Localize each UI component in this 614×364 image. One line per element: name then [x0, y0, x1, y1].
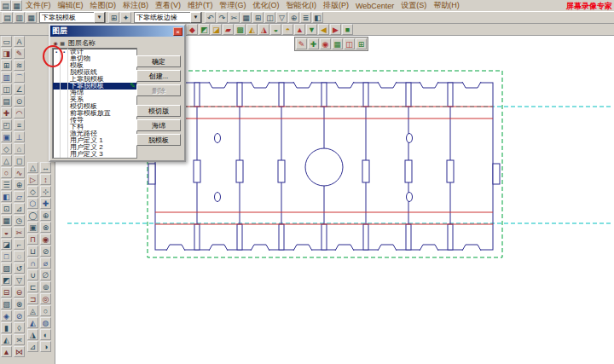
toolbar-icon[interactable]: ■ — [342, 24, 353, 35]
toolbar-icon[interactable]: ▥ — [14, 12, 25, 23]
toolbar-icon[interactable]: ✎ — [296, 38, 307, 49]
tool-icon[interactable]: ▱ — [14, 191, 25, 202]
tool-icon[interactable]: ▦ — [1, 215, 12, 226]
tool-icon[interactable]: ⌂ — [14, 143, 25, 154]
tool-icon[interactable]: ◩ — [1, 274, 12, 286]
tool-icon[interactable]: ⊿ — [27, 341, 38, 352]
dialog-button[interactable]: 海绵 — [136, 119, 181, 131]
tool-icon[interactable]: ⊚ — [40, 281, 51, 292]
toolbar-icon[interactable]: ▽ — [276, 12, 287, 23]
print-checkbox[interactable]: ▪ — [61, 96, 68, 103]
tool-icon[interactable]: ◬ — [27, 305, 38, 316]
toolbar-icon[interactable]: ◩ — [199, 24, 210, 35]
tool-icon[interactable]: ⊥ — [14, 131, 25, 142]
layer-row[interactable]: ▪ ▪ 单切物 ✎ — [53, 55, 136, 62]
toolbar-icon[interactable]: ▶ — [330, 24, 341, 35]
tool-icon[interactable]: ◷ — [14, 215, 25, 226]
visibility-checkbox[interactable]: ▪ — [53, 151, 61, 158]
tool-icon[interactable]: ⊏ — [27, 281, 38, 292]
tool-icon[interactable]: ✚ — [1, 107, 12, 118]
toolbar-icon[interactable]: ≣ — [300, 12, 311, 23]
tool-icon[interactable]: ▨ — [1, 263, 12, 274]
menu-item[interactable]: 优化(O) — [250, 0, 283, 11]
tool-icon[interactable]: ⊗ — [40, 222, 51, 233]
tool-icon[interactable]: ✂ — [14, 227, 25, 238]
tool-icon[interactable]: ▽ — [14, 274, 25, 286]
visibility-checkbox[interactable]: ▪ — [53, 69, 61, 76]
toolbar-icon[interactable]: ▦ — [26, 12, 37, 23]
tool-icon[interactable]: ◊ — [14, 322, 25, 333]
toolbar-icon[interactable]: ⊕ — [288, 12, 299, 23]
tool-icon[interactable]: ○ — [1, 167, 12, 178]
tool-icon[interactable]: ▣ — [27, 222, 38, 233]
tool-icon[interactable]: ☰ — [1, 179, 12, 190]
layer-row[interactable]: ▪ ▪ 用户定义 3 ✎ — [53, 151, 136, 158]
toolbar-icon[interactable]: ◆ — [187, 24, 198, 35]
print-checkbox[interactable]: ▪ — [61, 76, 68, 83]
dialog-button[interactable]: 创建... — [136, 70, 181, 82]
dialog-button[interactable]: 脱模板 — [136, 134, 181, 146]
tool-icon[interactable]: ◑ — [40, 341, 51, 352]
tool-icon[interactable]: ⊗ — [14, 298, 25, 309]
tool-icon[interactable]: ▲ — [1, 346, 12, 357]
layer-row[interactable]: ▪ ▪ 海绵 ✎ — [53, 90, 136, 96]
tool-icon[interactable]: ◐ — [40, 329, 51, 340]
tool-icon[interactable]: ⊹ — [40, 186, 51, 197]
menu-item[interactable]: 设置(S) — [397, 0, 430, 11]
menu-item[interactable]: 管理(G) — [217, 0, 250, 11]
tool-icon[interactable]: ⬡ — [27, 198, 38, 209]
tool-icon[interactable]: ⊞ — [1, 60, 12, 71]
tool-icon[interactable]: ▷ — [27, 174, 38, 185]
toolbar-icon[interactable]: ◪ — [211, 24, 222, 35]
visibility-checkbox[interactable]: ▪ — [53, 117, 61, 124]
layer-row[interactable]: ▪ ▪ 设计 ✎ — [53, 49, 136, 55]
visibility-checkbox[interactable]: ▪ — [53, 110, 61, 117]
dialog-button[interactable]: 确定 — [136, 55, 181, 67]
toolbar-icon[interactable]: ◉ — [320, 38, 331, 49]
menu-item[interactable]: 智能化(I) — [283, 0, 321, 11]
toolbar-icon[interactable]: ◧ — [312, 12, 323, 23]
menubar-app-icon[interactable]: ▦ — [11, 0, 22, 11]
tool-icon[interactable]: ⊘ — [40, 246, 51, 257]
tool-icon[interactable]: ⊖ — [14, 286, 25, 298]
toolbar-icon[interactable]: ✚ — [308, 38, 319, 49]
close-icon[interactable]: × — [173, 27, 182, 36]
toolbar-icon[interactable]: ◫ — [344, 38, 355, 49]
print-checkbox[interactable]: ▪ — [61, 69, 68, 76]
print-checkbox[interactable]: ▪ — [61, 117, 68, 124]
tool-icon[interactable]: ↔ — [40, 162, 51, 173]
visibility-checkbox[interactable]: ▪ — [53, 76, 61, 83]
layer-row[interactable]: ▪ ▪ 夹系 ✎ — [53, 96, 136, 103]
tool-icon[interactable]: ✎ — [14, 48, 25, 59]
print-checkbox[interactable]: ▪ — [61, 130, 68, 137]
layer-row[interactable]: ▪ ▪ 用户定义 2 ✎ — [53, 144, 136, 151]
tool-icon[interactable]: ▤ — [1, 95, 12, 107]
menu-item[interactable]: 编辑(E) — [55, 0, 87, 11]
toolbar-icon[interactable]: ▦ — [240, 12, 252, 23]
tool-icon[interactable]: ⋈ — [14, 346, 25, 357]
toolbar-icon[interactable]: ⊞ — [252, 12, 264, 23]
print-checkbox[interactable]: ▪ — [61, 124, 68, 130]
tool-icon[interactable]: ◫ — [1, 84, 12, 95]
print-checkbox[interactable]: ▪ — [61, 110, 68, 117]
tool-icon[interactable]: ∅ — [40, 269, 51, 280]
layer-row[interactable]: ▪ ▪ 模板 ✎ — [53, 62, 136, 69]
print-checkbox[interactable]: ▪ — [61, 90, 68, 96]
menu-item[interactable]: 查看(V) — [152, 0, 184, 11]
menu-item[interactable]: 帮助(H) — [430, 0, 463, 11]
tool-icon[interactable]: ◈ — [1, 310, 12, 321]
tool-icon[interactable]: ◌ — [14, 251, 25, 262]
visibility-checkbox[interactable]: ▪ — [53, 103, 61, 110]
menu-item[interactable]: 维护(T) — [184, 0, 217, 11]
tool-icon[interactable]: ⌀ — [40, 257, 51, 269]
tool-icon[interactable]: ⊡ — [1, 203, 12, 214]
tool-icon[interactable]: ◠ — [14, 107, 25, 118]
tool-icon[interactable]: ◉ — [40, 234, 51, 245]
toolbar-icon[interactable]: ↷ — [217, 12, 228, 23]
toolbar-icon[interactable]: ↶ — [205, 12, 216, 23]
menu-item[interactable]: 绘图(D) — [87, 0, 120, 11]
layer-row[interactable]: ▪ ▪ 上靠脱模板 ✎ — [53, 76, 136, 83]
dialog-button[interactable]: 模切版 — [136, 105, 181, 117]
layer-row[interactable]: ▪ ▪ 传导 ✎ — [53, 117, 136, 124]
tool-icon[interactable]: ◰ — [1, 119, 12, 130]
